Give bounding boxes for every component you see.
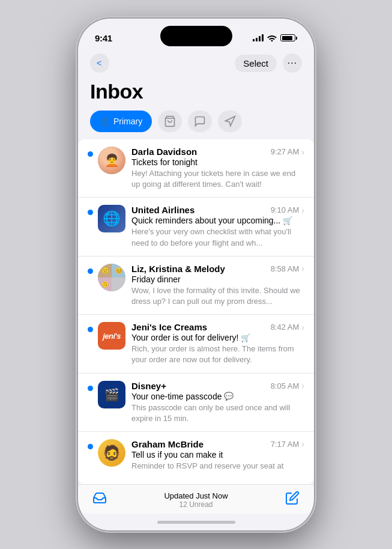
unread-dot xyxy=(88,151,93,157)
avatar-disney: 🎬 xyxy=(98,381,125,408)
unread-dot xyxy=(88,444,93,449)
email-time-3: 8:58 AM xyxy=(271,264,300,273)
person-icon: 👤 xyxy=(100,117,110,126)
back-button[interactable] xyxy=(90,53,109,73)
sender-name-2: United Airlines xyxy=(131,205,194,215)
category-tabs: 👤 Primary xyxy=(78,111,314,139)
tab-primary[interactable]: 👤 Primary xyxy=(90,111,152,132)
email-preview-5: This passcode can only be used once and … xyxy=(131,402,304,424)
chevron-icon-5: › xyxy=(301,381,304,390)
email-time-4: 8:42 AM xyxy=(271,323,300,332)
email-item-6[interactable]: 🧔 Graham McBride 7:17 AM › Tell us if yo… xyxy=(78,432,314,479)
graham-avatar: 🧔 xyxy=(103,444,121,461)
email-item-3[interactable]: 🙂 😊 🙃 Liz, Kristina & Melody 8:58 AM › xyxy=(78,256,314,315)
update-status: Updated Just Now 12 Unread xyxy=(164,491,228,509)
email-preview-2: Here's your very own checklist with what… xyxy=(131,226,304,248)
tab-promotions[interactable] xyxy=(218,111,242,132)
email-subject-1: Tickets for tonight xyxy=(131,157,304,167)
battery-icon xyxy=(280,34,297,41)
avatar-jenis: jeni's xyxy=(98,322,125,350)
chevron-icon-1: › xyxy=(301,147,304,157)
disney-logo: 🎬 xyxy=(104,387,119,402)
jenis-logo: jeni's xyxy=(103,332,121,341)
email-content-2: United Airlines 9:10 AM › Quick reminder… xyxy=(131,205,304,248)
unread-label: 12 Unread xyxy=(164,500,228,509)
nav-right-actions: Select ··· xyxy=(235,53,302,73)
email-content-3: Liz, Kristina & Melody 8:58 AM › Friday … xyxy=(131,264,304,307)
chevron-icon-3: › xyxy=(301,264,304,273)
email-content-5: Disney+ 8:05 AM › Your one-time passcode… xyxy=(131,381,304,424)
cart-icon xyxy=(164,115,176,127)
select-button[interactable]: Select xyxy=(235,55,277,72)
cart-badge-4: 🛒 xyxy=(241,333,250,342)
message-badge-5: 💬 xyxy=(224,392,234,401)
tab-primary-label: Primary xyxy=(113,117,142,126)
email-list: 🧑‍🦱 Darla Davidson 9:27 AM › Tickets for… xyxy=(78,139,314,484)
megaphone-icon xyxy=(224,115,236,127)
email-item-5[interactable]: 🎬 Disney+ 8:05 AM › Your one-time passco… xyxy=(78,374,314,432)
email-content-1: Darla Davidson 9:27 AM › Tickets for ton… xyxy=(131,147,304,190)
home-indicator xyxy=(78,514,314,530)
sender-name-1: Darla Davidson xyxy=(131,147,197,157)
wifi-icon xyxy=(267,34,277,41)
bottom-bar: Updated Just Now 12 Unread xyxy=(78,484,314,514)
email-preview-4: Rich, your order is almost here. The ite… xyxy=(131,344,304,365)
email-time-5: 8:05 AM xyxy=(271,381,300,390)
email-subject-2: Quick reminders about your upcoming... 🛒 xyxy=(131,216,304,225)
chevron-icon-6: › xyxy=(301,439,304,449)
mailbox-icon xyxy=(92,491,107,505)
unread-dot xyxy=(88,386,93,391)
email-item-1[interactable]: 🧑‍🦱 Darla Davidson 9:27 AM › Tickets for… xyxy=(78,139,314,198)
email-content-4: Jeni's Ice Creams 8:42 AM › Your order i… xyxy=(131,322,304,365)
unread-dot xyxy=(88,210,93,215)
unread-dot xyxy=(88,268,93,274)
cart-badge-2: 🛒 xyxy=(283,216,292,225)
email-preview-1: Hey! Attaching your tickets here in case… xyxy=(131,168,304,190)
screen: 9:41 xyxy=(78,19,314,530)
compose-icon xyxy=(285,491,300,505)
email-subject-3: Friday dinner xyxy=(131,274,304,284)
email-time-1: 9:27 AM xyxy=(271,147,300,156)
chevron-icon-4: › xyxy=(301,323,304,332)
updated-label: Updated Just Now xyxy=(164,491,228,500)
sender-name-5: Disney+ xyxy=(131,381,166,391)
email-subject-6: Tell us if you can make it xyxy=(131,450,304,460)
email-subject-5: Your one-time passcode 💬 xyxy=(131,392,304,401)
message-icon xyxy=(194,115,206,127)
avatar-united: 🌐 xyxy=(98,205,125,232)
inbox-header: Inbox xyxy=(78,77,314,111)
email-content-6: Graham McBride 7:17 AM › Tell us if you … xyxy=(131,439,304,472)
email-item-4[interactable]: jeni's Jeni's Ice Creams 8:42 AM › Your … xyxy=(78,315,314,373)
phone-frame: 9:41 xyxy=(78,19,314,530)
email-preview-3: Wow, I love the formality of this invite… xyxy=(131,285,304,307)
dynamic-island xyxy=(160,26,232,46)
avatar-group: 🙂 😊 🙃 xyxy=(98,264,125,291)
email-time-6: 7:17 AM xyxy=(271,440,300,449)
globe-icon: 🌐 xyxy=(103,210,121,227)
mailbox-button[interactable] xyxy=(92,491,107,509)
signal-icon xyxy=(253,34,264,41)
more-button[interactable]: ··· xyxy=(283,53,302,73)
chevron-icon-2: › xyxy=(301,205,304,215)
status-time: 9:41 xyxy=(95,33,112,43)
status-icons xyxy=(253,34,297,41)
page-title: Inbox xyxy=(90,80,302,103)
unread-dot xyxy=(88,327,93,332)
email-subject-4: Your order is out for delivery! 🛒 xyxy=(131,333,304,342)
compose-button[interactable] xyxy=(285,491,300,509)
sender-name-6: Graham McBride xyxy=(131,439,204,449)
avatar-graham: 🧔 xyxy=(98,439,125,467)
tab-shopping[interactable] xyxy=(158,111,182,132)
email-preview-6: Reminder to RSVP and reserve your seat a… xyxy=(131,461,304,472)
email-item-2[interactable]: 🌐 United Airlines 9:10 AM › Quick remind… xyxy=(78,198,314,256)
tab-social[interactable] xyxy=(188,111,212,132)
nav-bar: Select ··· xyxy=(78,49,314,77)
sender-name-4: Jeni's Ice Creams xyxy=(131,322,207,332)
email-time-2: 9:10 AM xyxy=(271,205,300,214)
avatar-darla: 🧑‍🦱 xyxy=(98,147,125,174)
sender-name-3: Liz, Kristina & Melody xyxy=(131,264,225,274)
